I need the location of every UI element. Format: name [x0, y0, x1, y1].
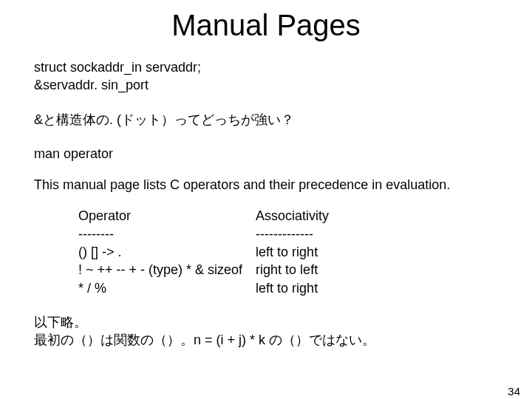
- page-title: Manual Pages: [0, 9, 532, 42]
- table-cell: * / %: [78, 279, 256, 297]
- table-header-cell: Operator: [78, 207, 256, 225]
- page-number: 34: [508, 385, 520, 398]
- footer-line: 以下略。: [34, 313, 498, 331]
- table-cell: left to right: [256, 243, 342, 261]
- table-cell: -------------: [256, 225, 342, 243]
- table-cell: ! ~ ++ -- + - (type) * & sizeof: [78, 261, 256, 279]
- table-row: -------- -------------: [78, 225, 342, 243]
- table-row: Operator Associativity: [78, 207, 342, 225]
- slide-body: struct sockaddr_in servaddr; &servaddr. …: [0, 58, 532, 349]
- table-header-cell: Associativity: [256, 207, 342, 225]
- table-row: () [] -> . left to right: [78, 243, 342, 261]
- table-cell: right to left: [256, 261, 342, 279]
- code-line: &servaddr. sin_port: [34, 76, 498, 94]
- intro-line: This manual page lists C operators and t…: [34, 176, 498, 194]
- table-row: * / % left to right: [78, 279, 342, 297]
- table-cell: left to right: [256, 279, 342, 297]
- table-cell: () [] -> .: [78, 243, 256, 261]
- footer-line: 最初の（）は関数の（）。n = (i + j) * k の（）ではない。: [34, 331, 498, 349]
- question-line: &と構造体の. (ドット）ってどっちが強い？: [34, 111, 498, 129]
- table-cell: --------: [78, 225, 256, 243]
- table-row: ! ~ ++ -- + - (type) * & sizeof right to…: [78, 261, 342, 279]
- slide: Manual Pages struct sockaddr_in servaddr…: [0, 9, 532, 399]
- operator-table: Operator Associativity -------- --------…: [78, 207, 342, 296]
- command-line: man operator: [34, 145, 498, 163]
- code-line: struct sockaddr_in servaddr;: [34, 58, 498, 76]
